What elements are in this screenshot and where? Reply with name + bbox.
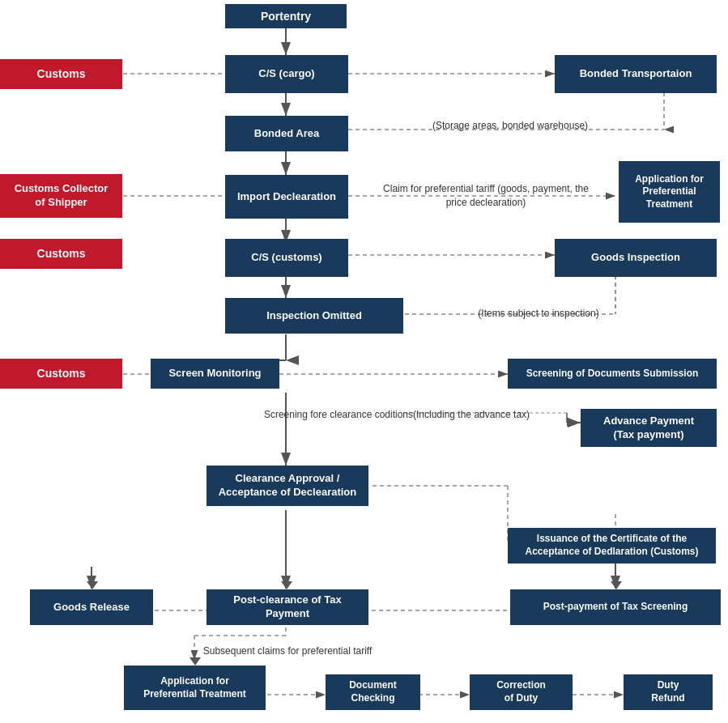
duty-refund-box: Duty Refund bbox=[624, 674, 713, 710]
bonded-area-box: Bonded Area bbox=[225, 116, 348, 151]
application-preferential-box: Application for Preferential Treatment bbox=[619, 161, 720, 223]
post-clearance-arrow bbox=[281, 581, 292, 589]
clearance-approval-box: Clearance Approval / Acceptance of Decle… bbox=[206, 466, 368, 506]
issuance-cert-box: Issuance of the Certificate of the Accep… bbox=[508, 528, 716, 564]
claim-label: Claim for preferential tariff (goods, pa… bbox=[381, 182, 591, 210]
goods-release-arrow bbox=[87, 581, 98, 589]
screen-monitoring-box: Screen Monitoring bbox=[151, 359, 279, 389]
advance-payment-box: Advance Payment (Tax payment) bbox=[581, 409, 717, 447]
cs-cargo-box: C/S (cargo) bbox=[225, 55, 348, 93]
screening-docs-box: Screening of Documents Submission bbox=[508, 359, 717, 389]
screening-arrow-tip bbox=[567, 417, 574, 427]
app-preferential2-box: Application for Preferential Treatment bbox=[124, 666, 266, 710]
storage-label: (Storage areas, bonded warehouse) bbox=[397, 120, 624, 131]
post-payment-box: Post-payment of Tax Screening bbox=[510, 589, 721, 625]
customs-label-1: Customs bbox=[0, 59, 122, 89]
inspection-omitted-box: Inspection Omitted bbox=[225, 298, 403, 334]
goods-inspection-box: Goods Inspection bbox=[555, 239, 717, 277]
portentry-box: Portentry bbox=[225, 4, 347, 28]
customs-label-3: Customs bbox=[0, 359, 122, 389]
post-clearance-box: Post-clearance of Tax Payment bbox=[206, 589, 368, 625]
correction-duty-box: Correction of Duty bbox=[470, 674, 573, 710]
subsequent-arrow bbox=[189, 657, 201, 666]
screening-label: Screening fore clearance coditions(Inclu… bbox=[227, 409, 567, 420]
flowchart: Portentry Customs C/S (cargo) Bonded Tra… bbox=[0, 0, 728, 723]
subsequent-label: Subsequent claims for preferential tarif… bbox=[186, 645, 389, 657]
import-declaration-box: Import Declearation bbox=[225, 175, 348, 219]
cs-customs-box: C/S (customs) bbox=[225, 239, 348, 277]
goods-release-box: Goods Release bbox=[30, 589, 153, 625]
customs-label-2: Customs bbox=[0, 239, 122, 269]
customs-collector-box: Customs Collector of Shipper bbox=[0, 174, 122, 218]
post-payment-arrow bbox=[611, 581, 622, 589]
items-label: (Items subject to inspection) bbox=[445, 308, 632, 319]
document-checking-box: Document Checking bbox=[326, 674, 420, 710]
bonded-transport-box: Bonded Transportaion bbox=[555, 55, 717, 93]
